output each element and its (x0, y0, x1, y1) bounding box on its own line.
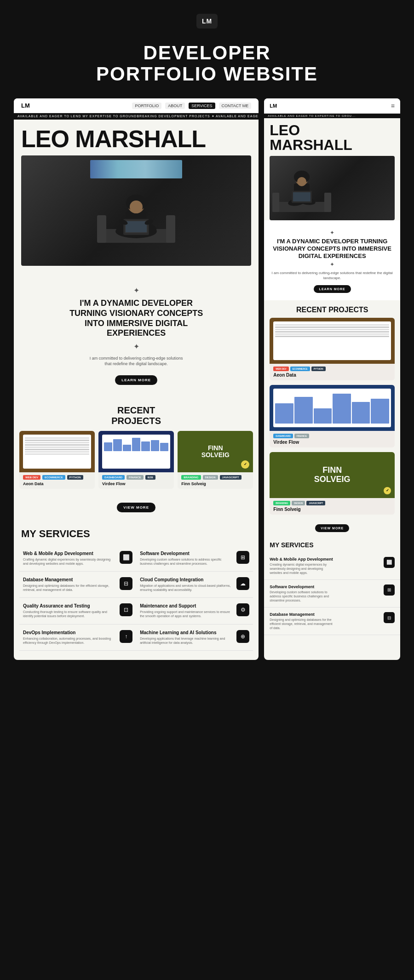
mp-tagline: I'M A DYNAMIC DEVELOPER TURNING VISIONAR… (270, 238, 395, 259)
tag-design: DESIGN (203, 475, 218, 480)
mp-diamond-bottom: ✦ (270, 261, 395, 268)
mp-view-more-btn[interactable]: VIEW MORE (315, 524, 349, 532)
service-desc-devops: Enhancing collaboration, automating proc… (23, 636, 116, 645)
svg-rect-2 (166, 215, 175, 243)
tag-ecommerce: ECOMMERCE (42, 475, 65, 480)
dp-sub: I am committed to delivering cutting-edg… (86, 355, 187, 367)
mp-nav-logo: LM (270, 103, 277, 109)
mobile-preview: LM ≡ AVAILABLE AND EAGER TO EXPERTISE TO… (264, 98, 400, 659)
dp-nav-links: PORTFOLIO ABOUT SERVICES CONTACT ME (132, 103, 251, 109)
dp-learn-more-btn[interactable]: LEARN MORE (115, 375, 157, 385)
dp-project-screen-virdee (102, 435, 170, 469)
service-icon-qa: ⊡ (120, 603, 132, 616)
mp-tag-design: DESIGN (292, 501, 305, 505)
mp-tag-dashboard: DASHBOARD (273, 434, 293, 438)
mp-nav: LM ≡ (264, 98, 400, 114)
svg-rect-12 (126, 221, 147, 232)
dp-view-more-btn[interactable]: VIEW MORE (117, 503, 155, 512)
service-item-software: Software Development Developing custom s… (136, 545, 253, 572)
mp-hero-name: LEOMARSHALL (270, 123, 395, 152)
mp-project-info-virdee: DASHBOARD FINANCE Virdee Flow (270, 431, 395, 447)
mp-tag-python: PYTHON (311, 367, 326, 371)
service-icon-ml: ⊕ (236, 630, 249, 643)
mp-service-item-web: Web & Mobile App Development Creating dy… (264, 552, 400, 580)
service-name-software: Software Development (140, 551, 233, 556)
mp-hamburger-icon[interactable]: ≡ (391, 102, 395, 109)
mp-service-item-software: Software Development Developing custom s… (264, 580, 400, 607)
dp-project-card-virdee[interactable]: DASHBOARD FINANCE B2B Virdee Flow (98, 431, 174, 489)
service-icon-web: ⬜ (120, 551, 132, 564)
service-icon-software: ⊞ (236, 551, 249, 564)
svg-rect-16 (272, 193, 279, 212)
service-desc-ml: Developing applications that leverage ma… (140, 636, 233, 645)
dp-painting (90, 160, 182, 178)
service-name-qa: Quality Assurance and Testing (23, 603, 116, 608)
nav-link-portfolio[interactable]: PORTFOLIO (132, 103, 161, 109)
service-item-ml: Machine Learning and AI Solutions Develo… (136, 625, 253, 651)
service-name-web: Web & Mobile App Development (23, 551, 116, 556)
service-item-web: Web & Mobile App Development Crafting dy… (19, 545, 136, 572)
dp-project-tags-aeon: WEB DEV ECOMMERCE PYTHON (23, 475, 91, 480)
mp-service-name-db: Database Management (270, 612, 334, 617)
mp-tags-aeon: WEB DEV ECOMMERCE PYTHON (273, 367, 391, 371)
service-desc-cloud: Migration of applications and services t… (140, 584, 233, 592)
service-icon-devops: ↑ (120, 630, 132, 643)
service-desc-qa: Conducting thorough testing to ensure so… (23, 610, 116, 618)
service-item-db: Database Management Designing and optimi… (19, 572, 136, 598)
dp-project-card-aeon[interactable]: WEB DEV ECOMMERCE PYTHON Aeon Data (19, 431, 95, 489)
dp-diamond-bottom: ✦ (21, 342, 251, 351)
finn-circle: ✓ (241, 460, 249, 469)
finn-text: FINNSOLVEIG (201, 445, 230, 459)
mp-ticker: AVAILABLE AND EAGER TO EXPERTISE TO GROU… (264, 114, 400, 118)
dp-hero-name: LEO MARSHALL (21, 127, 251, 151)
dp-tagline-section: ✦ I'M A DYNAMIC DEVELOPER TURNING VISION… (14, 273, 259, 398)
service-name-devops: DevOps Implementation (23, 630, 116, 635)
mp-project-card-aeon[interactable]: WEB DEV ECOMMERCE PYTHON Aeon Data (270, 318, 395, 380)
service-name-maintenance: Maintenance and Support (140, 603, 233, 608)
mp-project-img-aeon (270, 318, 395, 364)
mp-tag-ecommerce: ECOMMERCE (290, 367, 310, 371)
mp-tag-branding: BRANDING (273, 501, 290, 505)
nav-link-services[interactable]: SERVICES (189, 103, 215, 109)
mp-project-info-finn: BRANDING DESIGN JAVASCRIPT Finn Solveig (270, 498, 395, 515)
mp-service-item-db: Database Management Designing and optimi… (264, 607, 400, 635)
mp-project-card-virdee[interactable]: DASHBOARD FINANCE Virdee Flow (270, 385, 395, 447)
service-icon-cloud: ☁ (236, 577, 249, 590)
service-name-ml: Machine Learning and AI Solutions (140, 630, 233, 635)
mp-project-name-virdee: Virdee Flow (273, 440, 391, 445)
mp-project-card-finn[interactable]: FINNSOLVEIG ✓ BRANDING DESIGN JAVASCRIPT… (270, 452, 395, 515)
dp-project-info-finn: BRANDING DESIGN JAVASCRIPT Finn Solveig (178, 472, 253, 489)
dp-project-tags-finn: BRANDING DESIGN JAVASCRIPT (181, 475, 249, 480)
mp-project-name-finn: Finn Solveig (273, 507, 391, 512)
mp-service-desc-software: Developing custom software solutions to … (270, 590, 334, 602)
dp-project-img-virdee (98, 431, 174, 472)
dp-project-screen-aeon (23, 435, 91, 469)
dp-nav: LM PORTFOLIO ABOUT SERVICES CONTACT ME (14, 98, 259, 113)
svg-rect-1 (97, 215, 106, 243)
mp-project-name-aeon: Aeon Data (273, 373, 391, 378)
dp-hero-image (21, 155, 251, 266)
mp-service-icon-software: ⊞ (384, 585, 395, 596)
service-desc-maintenance: Providing ongoing support and maintenanc… (140, 610, 233, 618)
service-desc-db: Designing and optimizing databases for t… (23, 584, 116, 592)
mp-tags-virdee: DASHBOARD FINANCE (273, 434, 391, 438)
dp-view-more: VIEW MORE (14, 494, 259, 521)
mp-tag-webdev: WEB DEV (273, 367, 288, 371)
mp-learn-more-btn[interactable]: LEARN MORE (314, 285, 351, 293)
nav-link-about[interactable]: ABOUT (165, 103, 185, 109)
mp-hero: LEOMARSHALL (264, 118, 400, 220)
tag-python: PYTHON (67, 475, 83, 480)
page-title: DEVELOPERPORTFOLIO WEBSITE (0, 42, 414, 85)
dp-diamond-top: ✦ (21, 286, 251, 295)
dp-project-name-aeon: Aeon Data (23, 481, 91, 486)
page-title-section: DEVELOPERPORTFOLIO WEBSITE (0, 38, 414, 98)
mp-recent-title: RECENT PROJECTS (264, 300, 400, 318)
service-name-db: Database Management (23, 577, 116, 582)
dp-screen-chart (102, 435, 170, 453)
mp-project-screen-virdee (273, 389, 391, 427)
mp-service-name-web: Web & Mobile App Development (270, 557, 334, 562)
nav-link-contact[interactable]: CONTACT ME (219, 103, 252, 109)
mp-tagline-section: ✦ I'M A DYNAMIC DEVELOPER TURNING VISION… (264, 220, 400, 300)
mp-person-illustration (270, 156, 334, 216)
dp-project-card-finn[interactable]: FINNSOLVEIG ✓ BRANDING DESIGN JAVASCRIPT… (178, 431, 253, 489)
